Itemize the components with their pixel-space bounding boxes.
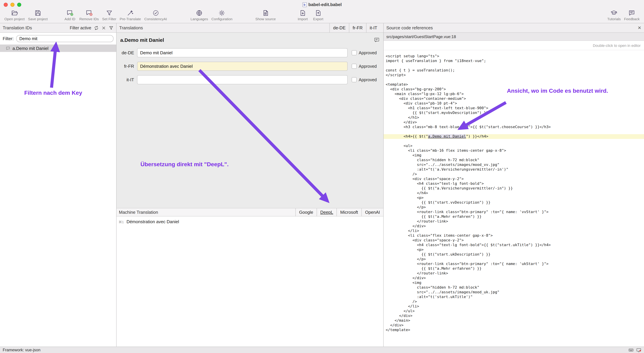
remove-ids-button[interactable]: Remove IDs: [78, 10, 100, 21]
consistency-ai-icon: [152, 10, 159, 17]
export-button[interactable]: Export: [310, 10, 326, 21]
code-line: <img: [384, 280, 644, 285]
lang-label: it-IT: [120, 77, 134, 82]
source-references-header: Source code references ✕: [384, 23, 644, 33]
clear-filter-icon[interactable]: [102, 26, 106, 30]
window-title: babel-edit.babel: [308, 2, 342, 7]
languages-button[interactable]: Languages: [189, 10, 210, 21]
mt-tab-google[interactable]: Google: [296, 208, 316, 216]
close-icon[interactable]: ✕: [638, 26, 641, 30]
code-line: <p>: [384, 247, 644, 252]
lang-label: fr-FR: [120, 64, 134, 69]
toolbar: Open project Save project Add ID Remove …: [0, 9, 644, 23]
source-code-view[interactable]: <script setup lang="ts">import { useTran…: [384, 50, 644, 346]
translation-input-de[interactable]: [137, 48, 348, 57]
code-line: </ul>: [384, 309, 644, 313]
export-icon: [315, 10, 322, 17]
save-icon: [34, 10, 42, 17]
translations-panel: Translations de-DE fr-FR it-IT a.Demo mi…: [116, 23, 383, 346]
open-project-button[interactable]: Open project: [3, 10, 26, 21]
comment-icon[interactable]: [374, 37, 380, 43]
approved-checkbox-it[interactable]: [352, 77, 357, 82]
code-line: <li class="flex items-center gap-x-8">: [384, 233, 644, 238]
toolbar-label: Add ID: [64, 17, 75, 21]
set-filter-button[interactable]: Set Filter: [100, 10, 118, 21]
approved-checkbox-fr[interactable]: [352, 64, 357, 69]
editor-hint: Double-click to open in editor: [593, 43, 641, 47]
code-line: />: [384, 172, 644, 177]
code-line: [384, 78, 644, 82]
import-button[interactable]: Import: [295, 10, 310, 21]
code-line: class="hidden h-72 md:block": [384, 158, 644, 163]
configuration-button[interactable]: Configuration: [210, 10, 234, 21]
highlighted-translation-key[interactable]: a.Demo mit Daniel: [428, 134, 466, 139]
code-line: </li>: [384, 304, 644, 309]
code-line: </div>: [384, 224, 644, 229]
source-file-reference[interactable]: src/pages/start/GuestStartPage.vue:18: [384, 33, 644, 41]
keyboard-icon[interactable]: [628, 347, 634, 352]
lang-tab-de[interactable]: de-DE: [330, 23, 349, 33]
approved-label: Approved: [359, 50, 377, 55]
translations-header: Translations de-DE fr-FR it-IT: [116, 23, 383, 33]
consistency-ai-button[interactable]: ConsistencyAI: [143, 10, 168, 21]
traffic-light-minimize[interactable]: [10, 3, 14, 7]
show-source-button[interactable]: Show source: [254, 10, 277, 21]
code-line: <ul>: [384, 144, 644, 148]
gear-icon: [218, 10, 226, 17]
traffic-light-close[interactable]: [4, 3, 8, 7]
toolbar-label: Save project: [28, 17, 48, 21]
translation-input-fr[interactable]: [137, 62, 348, 71]
code-line: [384, 130, 644, 134]
add-id-icon: [66, 10, 74, 17]
filter-funnel-icon[interactable]: [109, 26, 114, 30]
code-line: <div class="bg-gray-200">: [384, 87, 644, 92]
translation-id-label: a.Demo mit Daniel: [12, 46, 48, 51]
machine-translation-body: ⌘1 Démonstration avec Daniel: [116, 216, 383, 346]
titlebar: b babel-edit.babel: [0, 0, 644, 9]
translation-input-it[interactable]: [137, 75, 348, 84]
toolbar-label: Open project: [4, 17, 24, 21]
lang-tab-it[interactable]: it-IT: [366, 23, 380, 33]
code-line: class="hidden h-72 md:block": [384, 285, 644, 290]
speech-bubble-icon: [628, 10, 636, 17]
mt-tab-deepl[interactable]: DeepL: [316, 208, 337, 216]
code-line: <h4 class="text-lg font-bold">: [384, 181, 644, 186]
filter-active-label: Filter active: [70, 26, 91, 30]
code-line: {{ $t("start.ukDescription") }}: [384, 252, 644, 257]
code-line: [384, 63, 644, 68]
toolbar-label: Tutorials: [607, 17, 621, 21]
code-line: <div class="space-y-2">: [384, 177, 644, 181]
code-line: </li>: [384, 229, 644, 233]
mt-result-row[interactable]: ⌘1 Démonstration avec Daniel: [118, 219, 381, 224]
add-id-button[interactable]: Add ID: [62, 10, 78, 21]
tutorials-button[interactable]: Tutorials: [606, 10, 622, 21]
approved-checkbox-de[interactable]: [352, 50, 357, 55]
pre-translate-button[interactable]: Pre-Translate: [118, 10, 143, 21]
translation-row-de: de-DE Approved: [120, 48, 381, 57]
import-icon: [299, 10, 306, 17]
code-line: [384, 139, 644, 144]
refresh-icon[interactable]: [94, 26, 99, 30]
feedback-button[interactable]: Feedback: [622, 10, 641, 21]
code-line: </p>: [384, 257, 644, 262]
filter-input[interactable]: [16, 35, 114, 42]
traffic-light-zoom[interactable]: [17, 3, 21, 7]
status-bar: Framework: vue-json: [0, 346, 644, 353]
translation-row-fr: fr-FR Approved: [120, 62, 381, 71]
traffic-lights: [0, 3, 21, 7]
translation-ids-header: Translation IDs Filter active: [0, 23, 116, 33]
code-line: <h3 class="mb-8 text-blue-900">{{ $t("st…: [384, 125, 644, 130]
code-line: <p>: [384, 196, 644, 200]
mt-tab-microsoft[interactable]: Microsoft: [336, 208, 361, 216]
toolbar-label: Import: [298, 17, 308, 21]
translation-id-item[interactable]: a.Demo mit Daniel: [0, 45, 116, 52]
window-title-wrap: b babel-edit.babel: [0, 0, 644, 9]
lang-tab-fr[interactable]: fr-FR: [349, 23, 366, 33]
save-project-button[interactable]: Save project: [26, 10, 49, 21]
code-line: <h1 class="text-left text-blue-900">: [384, 106, 644, 111]
screen-recording-icon[interactable]: [636, 347, 641, 352]
mt-tab-openai[interactable]: OpenAI: [362, 208, 383, 216]
code-line: const { t } = useTranslation();: [384, 68, 644, 73]
code-line: </div>: [384, 313, 644, 318]
toolbar-label: Pre-Translate: [120, 17, 141, 21]
